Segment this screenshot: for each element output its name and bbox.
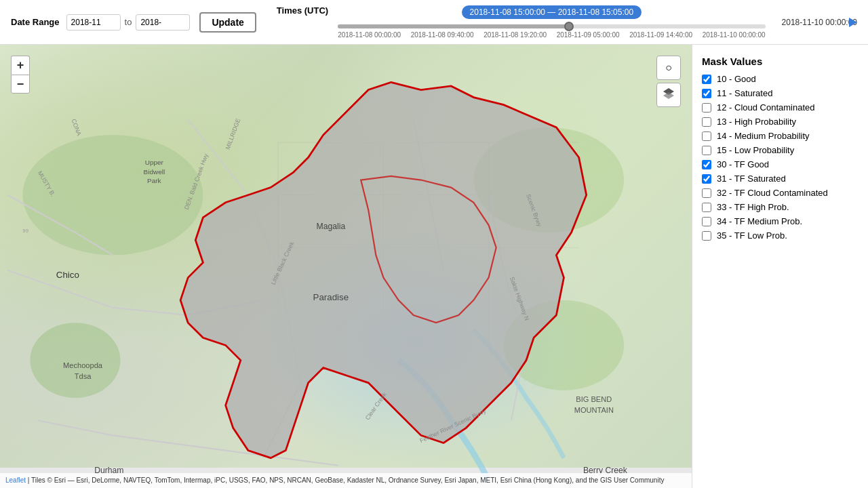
svg-text:99: 99 xyxy=(22,228,28,234)
mask-label-30[interactable]: 30 - TF Good xyxy=(717,159,769,169)
svg-marker-33 xyxy=(663,92,674,99)
layers-icon xyxy=(662,87,675,103)
mask-label-32[interactable]: 32 - TF Cloud Contaminated xyxy=(717,188,828,198)
map-attribution: Leaflet | Tiles © Esri — Esri, DeLorme, … xyxy=(0,473,692,488)
map-tools: ○ xyxy=(656,56,681,107)
mask-label-35[interactable]: 35 - TF Low Prob. xyxy=(717,230,787,241)
date-range-label: Date Range xyxy=(11,17,60,27)
layers-tool-button[interactable] xyxy=(656,83,681,107)
mask-label-10[interactable]: 10 - Good xyxy=(717,74,756,84)
svg-text:MOUNTAIN: MOUNTAIN xyxy=(574,406,614,414)
mask-item-14: 14 - Medium Probability xyxy=(702,131,859,141)
mask-checkbox-11[interactable] xyxy=(702,89,711,98)
tick-0: 2018-11-08 00:00:00 xyxy=(338,31,401,39)
mask-checkbox-34[interactable] xyxy=(702,217,711,226)
leaflet-link[interactable]: Leaflet xyxy=(5,476,26,484)
mask-item-10: 10 - Good xyxy=(702,74,859,84)
update-button[interactable]: Update xyxy=(199,12,256,33)
zoom-out-button[interactable]: − xyxy=(11,75,30,94)
attribution-text: | Tiles © Esri — Esri, DeLorme, NAVTEQ, … xyxy=(26,476,664,484)
mask-item-32: 32 - TF Cloud Contaminated xyxy=(702,188,859,198)
svg-text:Upper: Upper xyxy=(145,159,164,166)
mask-item-33: 33 - TF High Prob. xyxy=(702,202,859,212)
mask-checkbox-12[interactable] xyxy=(702,103,711,113)
svg-text:Park: Park xyxy=(147,177,161,184)
mask-item-11: 11 - Saturated xyxy=(702,88,859,98)
slider-end-arrow xyxy=(849,18,857,27)
mask-item-12: 12 - Cloud Contaminated xyxy=(702,102,859,113)
sidebar-title: Mask Values xyxy=(702,56,859,67)
mask-item-34: 34 - TF Medium Prob. xyxy=(702,216,859,226)
tick-5: 2018-11-10 00:00:00 xyxy=(703,31,766,39)
svg-text:Bidwell: Bidwell xyxy=(144,168,165,176)
svg-text:MILLRIDGE: MILLRIDGE xyxy=(224,117,242,150)
tick-2: 2018-11-08 19:20:00 xyxy=(484,31,547,39)
mask-label-11[interactable]: 11 - Saturated xyxy=(717,88,772,98)
mask-label-12[interactable]: 12 - Cloud Contaminated xyxy=(717,102,815,113)
mask-label-34[interactable]: 34 - TF Medium Prob. xyxy=(717,216,802,226)
svg-point-3 xyxy=(30,323,120,398)
date-to-input[interactable] xyxy=(136,14,190,30)
mask-checkbox-33[interactable] xyxy=(702,203,711,212)
tick-4: 2018-11-09 14:40:00 xyxy=(629,31,692,39)
time-ticks: 2018-11-08 00:00:00 2018-11-08 09:40:00 … xyxy=(338,31,765,39)
svg-text:CONA: CONA xyxy=(71,118,83,137)
mask-checkbox-15[interactable] xyxy=(702,146,711,155)
mask-item-35: 35 - TF Low Prob. xyxy=(702,230,859,241)
time-slider-thumb[interactable] xyxy=(564,22,574,31)
mask-checkbox-30[interactable] xyxy=(702,160,711,169)
svg-text:Magalia: Magalia xyxy=(316,222,345,231)
tick-1: 2018-11-08 09:40:00 xyxy=(411,31,474,39)
date-separator: to xyxy=(125,17,132,27)
mask-label-13[interactable]: 13 - High Probability xyxy=(717,117,796,127)
mask-item-13: 13 - High Probability xyxy=(702,117,859,127)
mask-checkbox-32[interactable] xyxy=(702,188,711,198)
map-svg: Magalia Paradise Chico Mechoopda Tdsa Du… xyxy=(0,45,692,488)
zoom-in-button[interactable]: + xyxy=(11,56,30,75)
svg-text:Paradise: Paradise xyxy=(313,292,349,302)
svg-text:Clear Creek: Clear Creek xyxy=(364,390,389,421)
svg-text:Mechoopda: Mechoopda xyxy=(63,361,103,369)
svg-text:Chico: Chico xyxy=(56,270,79,280)
mask-item-15: 15 - Low Probability xyxy=(702,145,859,155)
tick-3: 2018-11-09 05:00:00 xyxy=(557,31,620,39)
zoom-controls: + − xyxy=(11,56,30,94)
search-icon: ○ xyxy=(665,62,672,74)
search-tool-button[interactable]: ○ xyxy=(656,56,681,80)
mask-item-31: 31 - TF Saturated xyxy=(702,174,859,184)
mask-checkbox-14[interactable] xyxy=(702,131,711,141)
mask-checkbox-35[interactable] xyxy=(702,231,711,241)
mask-label-33[interactable]: 33 - TF High Prob. xyxy=(717,202,789,212)
mask-checkbox-10[interactable] xyxy=(702,75,711,84)
mask-item-30: 30 - TF Good xyxy=(702,159,859,169)
date-from-input[interactable] xyxy=(66,14,121,30)
mask-checkbox-31[interactable] xyxy=(702,174,711,184)
svg-text:Tdsa: Tdsa xyxy=(75,372,92,380)
mask-label-15[interactable]: 15 - Low Probability xyxy=(717,145,794,155)
mask-checkbox-13[interactable] xyxy=(702,117,711,127)
mask-label-31[interactable]: 31 - TF Saturated xyxy=(717,174,786,184)
end-time: 2018-11-10 00:00:00 xyxy=(782,18,857,27)
svg-text:BIG BEND: BIG BEND xyxy=(576,395,612,403)
mask-values-list: 10 - Good11 - Saturated12 - Cloud Contam… xyxy=(702,74,859,241)
mask-label-14[interactable]: 14 - Medium Probability xyxy=(717,131,810,141)
time-range-display: 2018-11-08 15:00:00 — 2018-11-08 15:05:0… xyxy=(462,5,642,19)
times-label: Times (UTC) xyxy=(277,5,328,16)
